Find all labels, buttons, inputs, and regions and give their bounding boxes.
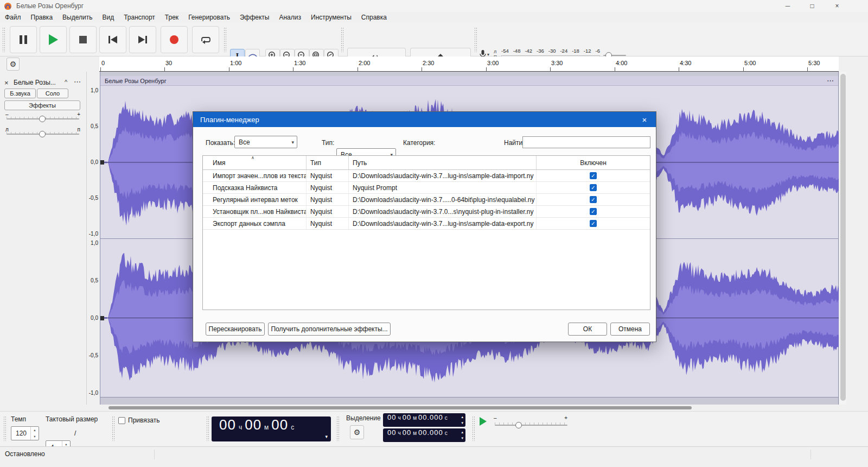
tools-grip[interactable]: [224, 27, 227, 52]
cancel-button[interactable]: Отмена: [610, 323, 650, 336]
dialog-titlebar[interactable]: Плагин-менеджер ×: [193, 112, 656, 127]
vertical-scale-ruler[interactable]: 1,0 0,5 0,0 -0,5 -1,0 1,0 0,5 0,0 -0,5 -…: [87, 72, 100, 405]
loop-icon: [199, 35, 212, 45]
header-type[interactable]: Тип: [307, 156, 349, 169]
cell-path: D:\Downloads\audacity-win-3.7...lug-ins\…: [349, 170, 537, 181]
spin-down-icon[interactable]: ▾: [461, 436, 463, 440]
maximize-button[interactable]: □: [800, 0, 824, 12]
header-path[interactable]: Путь: [349, 156, 537, 169]
time-seconds-unit: с: [291, 424, 294, 431]
table-row[interactable]: Установщик пл...нов Найквиста Nyquist D:…: [203, 206, 650, 218]
spin-up-icon[interactable]: ▴: [461, 430, 463, 434]
time-ruler[interactable]: 0 30 1:00 1:30 2:00 2:30 3:00 3:30 4:00 …: [99, 56, 839, 72]
skip-start-icon: [108, 36, 117, 43]
transport-grip[interactable]: [2, 27, 5, 52]
time-display-dropdown-icon[interactable]: ▾: [325, 434, 328, 439]
skip-to-start-button[interactable]: [99, 26, 126, 53]
gain-slider[interactable]: – +: [4, 111, 81, 123]
stop-icon: [79, 36, 87, 43]
enabled-checkbox[interactable]: ✓: [590, 208, 597, 215]
menu-view[interactable]: Вид: [97, 12, 119, 23]
get-more-effects-button[interactable]: Получить дополнительные эффекты...: [268, 323, 391, 336]
pan-knob[interactable]: [39, 131, 46, 137]
time-display[interactable]: 00ч 00м 00с ▾: [212, 416, 331, 441]
menu-transport[interactable]: Транспорт: [119, 12, 160, 23]
enabled-checkbox[interactable]: ✓: [590, 184, 597, 191]
audio-setup-grip[interactable]: [341, 27, 344, 52]
effects-button[interactable]: Эффекты: [4, 100, 80, 110]
selection-start-field[interactable]: 00ч 00м 00.000с ▴ ▾: [383, 413, 465, 427]
play-at-speed-grip[interactable]: [472, 416, 475, 441]
ok-button[interactable]: ОК: [568, 323, 607, 336]
loop-button[interactable]: [192, 26, 219, 53]
minimize-button[interactable]: ─: [776, 0, 800, 12]
selection-end-field[interactable]: 00ч 00м 00.000с ▴ ▾: [383, 428, 465, 442]
track-close-icon[interactable]: ×: [4, 79, 9, 87]
menu-analyze[interactable]: Анализ: [274, 12, 306, 23]
spin-up-icon[interactable]: ▴: [461, 415, 463, 419]
play-button[interactable]: [40, 26, 67, 53]
table-row[interactable]: Подсказка Найквиста Nyquist Nyquist Prom…: [203, 182, 650, 194]
spin-down-icon[interactable]: ▾: [461, 421, 463, 425]
dialog-close-icon[interactable]: ×: [633, 112, 656, 127]
show-filter-combo[interactable]: Все▾: [234, 136, 297, 148]
cell-name: Регулярный интервал меток: [203, 194, 307, 205]
play-speed-slider[interactable]: – +: [493, 415, 570, 433]
ruler-tick: 1:30: [294, 60, 305, 66]
stop-button[interactable]: [69, 26, 97, 53]
vertical-scrollbar-thumb[interactable]: [840, 74, 846, 401]
enabled-checkbox[interactable]: ✓: [590, 220, 597, 227]
menu-effect[interactable]: Эффекты: [235, 12, 275, 23]
time-toolbar-grip[interactable]: [3, 416, 7, 441]
selection-grip[interactable]: [336, 416, 340, 441]
pause-button[interactable]: [10, 26, 37, 53]
mute-button[interactable]: Б.звука: [4, 89, 36, 98]
menu-tools[interactable]: Инструменты: [306, 12, 356, 23]
menu-tracks[interactable]: Трек: [160, 12, 183, 23]
time-minutes: 00: [245, 416, 261, 433]
menu-help[interactable]: Справка: [356, 12, 392, 23]
record-button[interactable]: [161, 26, 188, 53]
tempo-spin-arrows[interactable]: ▴▾: [30, 427, 39, 440]
tempo-spinner[interactable]: 120 ▴▾: [11, 426, 39, 440]
menu-select[interactable]: Выделить: [58, 12, 97, 23]
menu-generate[interactable]: Генерировать: [183, 12, 235, 23]
close-button[interactable]: ×: [825, 0, 849, 12]
sel-seconds-unit: с: [445, 430, 448, 436]
clip-header[interactable]: Белые Розы Оренбург ⋯: [100, 76, 838, 86]
header-name[interactable]: Имя: [203, 156, 307, 169]
table-row[interactable]: Импорт значен...плов из текста Nyquist D…: [203, 170, 650, 182]
skip-to-end-button[interactable]: [129, 26, 156, 53]
selection-label: Выделение: [346, 414, 381, 422]
snap-grip[interactable]: [112, 416, 115, 441]
timecode-grip[interactable]: [206, 416, 209, 441]
pan-slider[interactable]: л п: [4, 127, 81, 138]
enabled-checkbox[interactable]: ✓: [590, 196, 597, 203]
meters-grip[interactable]: [474, 27, 477, 52]
header-enabled[interactable]: Включен: [537, 156, 650, 169]
snap-toggle[interactable]: Привязать: [118, 416, 159, 424]
table-row[interactable]: Регулярный интервал меток Nyquist D:\Dow…: [203, 194, 650, 206]
track-collapse-icon[interactable]: ^: [65, 79, 67, 85]
selection-options-button[interactable]: ⚙: [350, 425, 364, 439]
snap-checkbox[interactable]: [118, 417, 125, 424]
solo-button[interactable]: Соло: [37, 89, 68, 98]
track-name[interactable]: Белые Розы...: [14, 79, 63, 86]
speed-knob[interactable]: [515, 422, 522, 428]
spin-down-icon[interactable]: ▾: [31, 433, 39, 440]
timeline-options-button[interactable]: ⚙: [7, 58, 20, 71]
table-row[interactable]: Экспорт данных сэмпла Nyquist D:\Downloa…: [203, 218, 650, 230]
menu-file[interactable]: Файл: [0, 12, 26, 23]
gain-knob[interactable]: [39, 116, 46, 122]
menu-edit[interactable]: Правка: [26, 12, 58, 23]
play-at-speed-button[interactable]: [480, 417, 487, 426]
horizontal-scrollbar-thumb[interactable]: [108, 406, 692, 409]
find-input[interactable]: [522, 136, 650, 148]
spin-up-icon[interactable]: ▴: [31, 427, 39, 433]
statusbar: Остановлено: [0, 446, 868, 467]
enabled-checkbox[interactable]: ✓: [590, 172, 597, 179]
rescan-button[interactable]: Пересканировать: [206, 323, 265, 336]
vertical-scrollbar[interactable]: [839, 72, 846, 405]
track-menu-kebab-icon[interactable]: ⋯: [74, 78, 81, 86]
clip-menu-kebab-icon[interactable]: ⋯: [827, 77, 834, 85]
